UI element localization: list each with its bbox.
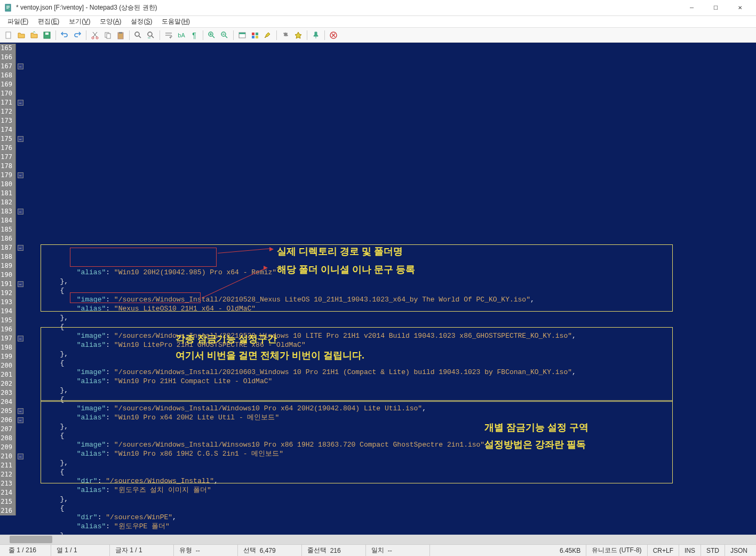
minimize-button[interactable]: ─	[680, 0, 704, 16]
menu-shape[interactable]: 모양(A)	[96, 16, 125, 27]
find-icon[interactable]	[133, 30, 144, 41]
status-lineselect: 줄선택 216	[302, 545, 366, 556]
svg-rect-18	[239, 33, 245, 34]
fold-column[interactable]	[16, 43, 25, 535]
case-icon[interactable]: bA	[176, 30, 187, 41]
open-file-icon[interactable]	[16, 30, 27, 41]
status-mode: STD	[701, 545, 725, 556]
svg-rect-4	[6, 32, 11, 38]
copy-icon[interactable]	[102, 30, 113, 41]
svg-rect-2	[6, 7, 10, 7]
paste-icon[interactable]	[115, 30, 126, 41]
close-button[interactable]: ✕	[728, 0, 752, 16]
zoom-out-icon[interactable]	[219, 30, 230, 41]
new-file-icon[interactable]	[3, 30, 14, 41]
toolbar: bA ¶	[0, 28, 756, 43]
status-type: 유형 --	[174, 545, 238, 556]
undo-icon[interactable]	[59, 30, 70, 41]
status-eol[interactable]: CR+LF	[648, 545, 679, 556]
menu-bar: 파일(F) 편집(E) 보기(V) 모양(A) 설정(S) 도움말(H)	[0, 16, 756, 28]
scrollbar-thumb[interactable]	[10, 536, 52, 543]
cancel-icon[interactable]	[328, 30, 339, 41]
line-number-gutter: 1651661671681691701711721731741751761771…	[0, 43, 16, 535]
menu-view[interactable]: 보기(V)	[65, 16, 94, 27]
scheme-icon[interactable]	[237, 30, 248, 41]
svg-point-13	[135, 32, 139, 36]
status-match: 일치 --	[366, 545, 430, 556]
svg-rect-3	[6, 8, 9, 9]
svg-rect-10	[107, 34, 110, 38]
status-selection: 선택 6,479	[238, 545, 302, 556]
code-editor[interactable]: 1651661671681691701711721731741751761771…	[0, 43, 756, 535]
code-content[interactable]: 실제 디렉토리 경로 및 폴더명 해당 폴더 이니셜 이나 문구 등록 각종 잠…	[25, 43, 756, 535]
pin-icon[interactable]	[311, 30, 321, 41]
annotation-redbox-dir	[70, 248, 217, 267]
status-column: 열 1 / 1	[51, 545, 110, 556]
save-icon[interactable]	[42, 30, 52, 41]
redo-icon[interactable]	[72, 30, 83, 41]
svg-rect-12	[119, 32, 122, 34]
svg-point-14	[148, 32, 152, 36]
svg-rect-6	[45, 33, 49, 35]
status-line: 줄 1 / 216	[3, 545, 51, 556]
favorites-icon[interactable]	[293, 30, 304, 41]
svg-rect-0	[5, 4, 11, 11]
status-char: 글자 1 / 1	[110, 545, 174, 556]
window-titlebar: * ventoy.json [F:\ventoy] - Notepad3 (상승…	[0, 0, 756, 16]
status-size: 6.45KB	[554, 545, 586, 556]
settings-icon[interactable]	[280, 30, 291, 41]
svg-rect-19	[252, 33, 254, 35]
svg-rect-20	[256, 33, 258, 35]
whitespace-icon[interactable]: ¶	[189, 30, 200, 41]
history-icon[interactable]	[29, 30, 39, 41]
svg-rect-21	[252, 36, 254, 38]
svg-rect-1	[6, 6, 10, 6]
menu-edit[interactable]: 편집(E)	[34, 16, 63, 27]
status-language[interactable]: JSON	[725, 545, 753, 556]
annotation-arrow-1	[218, 248, 271, 253]
zoom-in-icon[interactable]	[206, 30, 217, 41]
horizontal-scrollbar[interactable]	[0, 535, 756, 544]
status-bar: 줄 1 / 216 열 1 / 1 글자 1 / 1 유형 -- 선택 6,47…	[0, 544, 756, 556]
annotation-text-dir: 실제 디렉토리 경로 및 폴더명	[277, 244, 403, 259]
theme-icon[interactable]	[250, 30, 260, 41]
svg-rect-22	[256, 36, 258, 38]
menu-file[interactable]: 파일(F)	[3, 16, 33, 27]
menu-help[interactable]: 도움말(H)	[157, 16, 194, 27]
status-encoding[interactable]: 유니코드 (UTF-8)	[586, 545, 647, 556]
window-title: * ventoy.json [F:\ventoy] - Notepad3 (상승…	[16, 3, 680, 12]
cut-icon[interactable]	[90, 30, 100, 41]
menu-settings[interactable]: 설정(S)	[126, 16, 156, 27]
arrow-head-icon	[269, 247, 274, 251]
maximize-button[interactable]: ☐	[704, 0, 728, 16]
status-insert-mode[interactable]: INS	[679, 545, 701, 556]
replace-icon[interactable]	[146, 30, 156, 41]
word-wrap-icon[interactable]	[163, 30, 174, 41]
app-icon	[4, 4, 13, 12]
highlight-icon[interactable]	[262, 30, 273, 41]
